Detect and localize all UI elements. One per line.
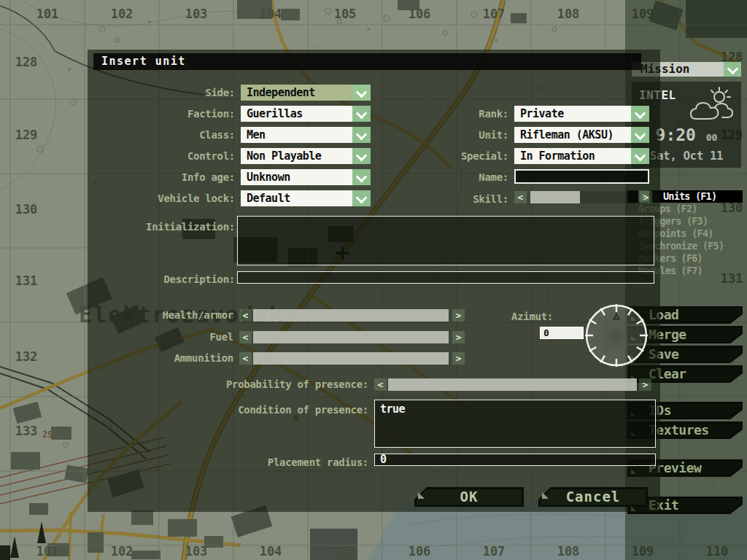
vehicle-lock-label: Vehicle lock: (88, 190, 235, 206)
skill-slider[interactable] (530, 191, 638, 203)
side-dropdown[interactable]: Independent (241, 85, 371, 101)
chevron-down-icon[interactable] (352, 85, 371, 101)
ammunition-increase-arrow[interactable]: > (452, 352, 465, 365)
placement-radius-input[interactable]: 0 (374, 454, 656, 466)
editor-screen: Elektrozavodsk 29 8 101102 103104 105106… (0, 0, 747, 560)
fuel-decrease-arrow[interactable]: < (239, 331, 252, 343)
chevron-down-icon[interactable] (352, 190, 371, 206)
chevron-down-icon[interactable] (724, 62, 741, 77)
side-label: Side: (88, 85, 235, 101)
special-dropdown[interactable]: In Formation (514, 148, 649, 164)
skill-increase-arrow[interactable]: > (640, 191, 652, 203)
ammunition-slider[interactable] (253, 352, 449, 365)
fuel-slider[interactable] (253, 331, 449, 343)
health-increase-arrow[interactable]: > (452, 309, 465, 322)
chevron-down-icon[interactable] (352, 106, 371, 122)
chevron-down-icon[interactable] (631, 148, 649, 164)
azimut-input[interactable]: 0 (540, 327, 584, 339)
rank-label: Rank: (379, 106, 508, 122)
faction-dropdown[interactable]: Guerillas (241, 106, 371, 122)
dialog-title: Insert unit (93, 53, 641, 70)
ammunition-label: Ammunition (88, 352, 233, 365)
rank-dropdown[interactable]: Private (514, 106, 649, 122)
unit-dropdown[interactable]: Rifleman (AKSU) (514, 127, 649, 143)
special-label: Special: (379, 148, 508, 164)
probability-slider[interactable] (388, 378, 637, 391)
control-dropdown[interactable]: Non Playable (241, 148, 371, 164)
skill-decrease-arrow[interactable]: < (514, 191, 527, 203)
chevron-down-icon[interactable] (352, 148, 371, 164)
name-input[interactable] (514, 169, 649, 184)
weather-cloudy-icon (689, 86, 737, 124)
health-armor-label: Health/armor (88, 309, 233, 322)
health-slider[interactable] (253, 309, 449, 322)
cancel-button[interactable]: Cancel (538, 487, 648, 507)
chevron-down-icon[interactable] (352, 169, 371, 185)
initialization-textarea[interactable] (237, 216, 654, 265)
skill-slider-fill (530, 191, 580, 203)
class-label: Class: (88, 127, 235, 143)
azimut-label: Azimut: (496, 311, 553, 322)
probability-increase-arrow[interactable]: > (639, 378, 651, 391)
probability-decrease-arrow[interactable]: < (374, 378, 387, 391)
initialization-label: Initialization: (88, 219, 235, 235)
skill-label: Skill: (379, 191, 508, 207)
condition-label: Condition of presence: (197, 402, 368, 418)
ammunition-decrease-arrow[interactable]: < (239, 352, 252, 365)
chevron-down-icon[interactable] (352, 127, 371, 143)
chevron-down-icon[interactable] (631, 127, 649, 143)
chevron-down-icon[interactable] (631, 106, 649, 122)
unit-label: Unit: (379, 127, 508, 143)
info-age-dropdown[interactable]: Unknown (241, 169, 371, 185)
placement-radius-label: Placement radius: (197, 454, 368, 470)
name-label: Name: (379, 169, 508, 185)
description-input[interactable] (237, 271, 654, 284)
control-label: Control: (88, 148, 235, 164)
health-decrease-arrow[interactable]: < (239, 309, 252, 322)
class-dropdown[interactable]: Men (241, 127, 371, 143)
description-label: Description: (88, 271, 235, 287)
probability-label: Probability of presence: (197, 378, 368, 391)
fuel-increase-arrow[interactable]: > (452, 331, 465, 343)
azimuth-compass[interactable] (581, 300, 651, 370)
insert-unit-dialog: Insert unit Side: Faction: Class: Contro… (88, 50, 660, 512)
fuel-label: Fuel (88, 331, 233, 343)
vehicle-lock-dropdown[interactable]: Default (241, 190, 371, 206)
ok-button[interactable]: OK (414, 487, 524, 507)
info-age-label: Info age: (88, 169, 235, 185)
intel-seconds: 00 (706, 132, 718, 143)
condition-textarea[interactable]: true (374, 400, 656, 448)
faction-label: Faction: (88, 106, 235, 122)
